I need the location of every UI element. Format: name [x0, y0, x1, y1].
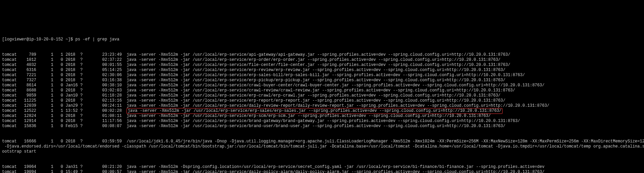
process-row-continuation: ootstrap start	[2, 149, 642, 154]
process-row: tomcat 12824 1 0 2018 ? 01:08:11 java -s…	[2, 114, 642, 119]
process-row: tomcat 6316 1 0 2018 ? 05:14:25 java -se…	[2, 68, 642, 73]
process-row: tomcat 1012 1 0 2018 ? 02:37:22 java -se…	[2, 57, 642, 63]
process-row: tomcat 4032 1 0 2018 ? 00:01:55 java -se…	[2, 63, 642, 68]
process-row: tomcat 12522 1 1 13:52 ? 00:02:28 java -…	[2, 108, 642, 114]
process-row: tomcat 19094 1 0 15:49 ? 00:00:57 java -…	[2, 170, 642, 173]
process-row: tomcat 12039 1 0 Jan29 ? 00:24:11 java -…	[2, 103, 642, 108]
process-row: tomcat 15836 1 0 Feb15 ? 00:08:07 java -…	[2, 124, 642, 129]
process-row: tomcat 19064 1 0 Jan31 ? 00:21:20 java -…	[2, 165, 642, 170]
process-row: tomcat 12914 1 0 2018 ? 11:17:56 java -s…	[2, 119, 642, 124]
command-line: [logviewer@ip-10-20-0-152 ~]$ ps -ef | g…	[2, 37, 642, 42]
process-row: tomcat 8614 1 0 Jan16 ? 00:38:10 java -s…	[2, 83, 642, 88]
process-row: tomcat 7327 1 0 2018 ? 03:16:38 java -se…	[2, 78, 642, 83]
process-row: tomcat 789 1 1 2018 ? 23:23:49 java -ser…	[2, 52, 642, 57]
process-list-block-1: tomcat 789 1 1 2018 ? 23:23:49 java -ser…	[2, 52, 642, 129]
highlighted-process: java -server -Xmx512m -jar /usr/local/er…	[127, 108, 503, 114]
process-list-block-2: tomcat 19064 1 0 Jan31 ? 00:21:20 java -…	[2, 165, 642, 173]
process-row: tomcat 7221 1 0 2018 ? 02:30:06 java -se…	[2, 73, 642, 78]
terminal-output: [logviewer@ip-10-20-0-152 ~]$ ps -ef | g…	[0, 25, 644, 173]
process-long-row: tomcat 16666 1 0 2018 ? 03:59:59 /usr/lo…	[2, 139, 642, 154]
process-row: tomcat 16666 1 0 2018 ? 03:59:59 /usr/lo…	[2, 139, 642, 144]
process-row-continuation: -Djava.endorsed.dirs=/usr/local/tomcat/e…	[2, 144, 642, 149]
shell-command: ps -ef | grep java	[75, 37, 119, 42]
shell-prompt: [logviewer@ip-10-20-0-152 ~]$	[2, 37, 75, 42]
process-row: tomcat 9859 1 0 Jan10 ? 01:18:28 java -s…	[2, 93, 642, 98]
process-row: tomcat 8688 1 0 2018 ? 03:02:03 java -se…	[2, 88, 642, 93]
process-row: tomcat 11225 1 0 2018 ? 02:13:16 java -s…	[2, 98, 642, 103]
